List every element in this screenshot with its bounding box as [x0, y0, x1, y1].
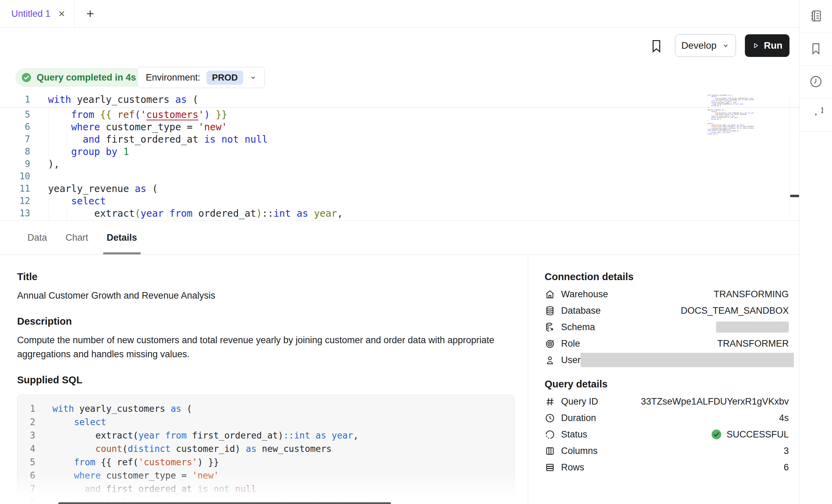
detail-value: 33TZseWpe1ALFDUYerxR1gVKxbv — [641, 396, 789, 407]
code-line: 7 and first_ordered_at is not null — [0, 133, 799, 145]
results-tab-chart[interactable]: Chart — [66, 221, 88, 254]
indent-guide — [67, 133, 67, 145]
code-text: select — [35, 417, 106, 427]
rail-button-notebook[interactable] — [799, 0, 832, 33]
sql-editor[interactable]: 1with yearly_customers as ( 5 from {{ re… — [0, 92, 799, 220]
line-number: 9 — [0, 159, 36, 169]
status-row: Query completed in 4s Environment: PROD — [0, 64, 799, 91]
code-text: group by 1 — [36, 146, 129, 157]
app-window: Untitled 1 Develop Run — [0, 0, 832, 504]
editor-scrollbar-thumb[interactable] — [790, 195, 799, 197]
schema-icon — [545, 321, 556, 333]
indent-guide — [48, 207, 48, 219]
line-number: 2 — [17, 417, 35, 427]
results-tab-details[interactable]: Details — [107, 221, 137, 254]
tab-label: Data — [27, 232, 47, 243]
detail-value: 3 — [784, 446, 789, 456]
details-right-pane: Connection details WarehouseTRANSFORMING… — [528, 255, 799, 504]
user-icon — [545, 354, 556, 366]
code-text: and first_ordered_at is not null — [36, 134, 268, 145]
detail-label: Role — [561, 338, 580, 349]
indent-guide — [48, 121, 48, 133]
editor-minimap[interactable]: with yearly_customers as ( select extrac… — [708, 95, 754, 137]
details-panel: Title Annual Customer Growth and Revenue… — [0, 255, 799, 504]
detail-value — [581, 353, 789, 367]
code-text: extract(year from first_ordered_at)::int… — [35, 430, 358, 441]
detail-row-role: RoleTRANSFORMER — [545, 335, 789, 352]
detail-label: Columns — [561, 446, 598, 456]
supplied-sql-code-block: 1with yearly_customers as (2 select3 ext… — [17, 395, 514, 504]
history-icon — [809, 74, 823, 90]
line-number: 5 — [17, 457, 35, 467]
bookmark-icon[interactable] — [649, 38, 664, 55]
detail-label: Status — [561, 429, 587, 440]
develop-dropdown[interactable]: Develop — [675, 34, 736, 57]
detail-row-status: StatusSUCCESSFUL — [545, 426, 789, 443]
run-button[interactable]: Run — [745, 34, 789, 57]
right-icon-rail — [799, 0, 832, 504]
environment-select[interactable]: Environment: PROD — [137, 67, 265, 88]
develop-label: Develop — [681, 40, 717, 51]
description-heading: Description — [17, 316, 528, 327]
toolbar: Develop Run — [0, 28, 799, 64]
code-text: yearly_revenue as ( — [36, 183, 158, 194]
tab-title: Untitled 1 — [11, 9, 50, 19]
database-icon — [545, 305, 556, 316]
close-icon[interactable] — [57, 9, 66, 18]
line-number: 12 — [0, 196, 36, 206]
line-number: 1 — [0, 94, 36, 105]
main-area: Untitled 1 Develop Run — [0, 0, 799, 504]
active-tab-underline — [103, 252, 141, 254]
bookmark-icon — [809, 41, 823, 57]
detail-value: TRANSFORMING — [714, 289, 789, 300]
detail-value: DOCS_TEAM_SANDBOX — [681, 305, 789, 316]
code-text: ), — [36, 158, 60, 170]
compass-icon — [809, 107, 823, 123]
detail-value — [716, 322, 789, 333]
code-line: 1with yearly_customers as ( — [0, 92, 799, 107]
code-line: 13 extract(year from ordered_at)::int as… — [0, 207, 799, 219]
detail-row-schema: Schema — [545, 319, 789, 335]
code-line: 1with yearly_customers as ( — [17, 402, 514, 415]
editor-scrollbar[interactable] — [789, 96, 799, 218]
code-text: with yearly_customers as ( — [35, 404, 192, 414]
line-number: 7 — [17, 484, 35, 494]
chevron-down-icon — [249, 74, 257, 81]
indent-guide — [48, 108, 48, 121]
code-line: 9), — [0, 158, 799, 170]
results-tab-data[interactable]: Data — [27, 221, 47, 254]
code-text: from {{ ref('customers') }} — [36, 109, 227, 120]
detail-label: Database — [561, 305, 601, 316]
detail-value: 4s — [779, 413, 789, 423]
tab-untitled-1[interactable]: Untitled 1 — [0, 0, 74, 27]
check-circle-icon — [21, 72, 32, 83]
detail-label: User — [561, 355, 581, 365]
detail-label: Schema — [561, 322, 595, 333]
connection-details-heading: Connection details — [545, 271, 789, 283]
detail-row-query-id: Query ID33TZseWpe1ALFDUYerxR1gVKxbv — [545, 393, 789, 410]
code-line: 5 from {{ ref('customers') }} — [17, 455, 514, 469]
tab-bar: Untitled 1 — [0, 0, 799, 28]
rail-button-compass[interactable] — [799, 99, 832, 132]
query-status-badge: Query completed in 4s — [15, 68, 145, 87]
code-line: 7 and first_ordered_at is not null — [17, 482, 514, 495]
detail-value: TRANSFORMER — [717, 338, 789, 349]
detail-row-rows: Rows6 — [545, 459, 789, 476]
horizontal-scrollbar-thumb[interactable] — [58, 502, 391, 504]
rail-button-history[interactable] — [799, 66, 832, 99]
columns-icon — [545, 445, 556, 457]
code-text: extract(year from ordered_at)::int as ye… — [36, 208, 343, 219]
line-number: 6 — [17, 470, 35, 481]
connection-details-rows: WarehouseTRANSFORMINGDatabaseDOCS_TEAM_S… — [545, 286, 789, 368]
warehouse-icon — [545, 288, 556, 300]
code-line: 4 count(distinct customer_id) as new_cus… — [17, 442, 514, 455]
line-number: 11 — [0, 183, 36, 194]
new-tab-button[interactable] — [85, 9, 95, 19]
rail-button-bookmark[interactable] — [799, 33, 832, 66]
indent-guide — [48, 195, 48, 207]
line-number: 3 — [17, 430, 35, 441]
detail-label: Warehouse — [561, 289, 608, 300]
details-left-pane: Title Annual Customer Growth and Revenue… — [0, 255, 528, 504]
rows-icon — [545, 461, 556, 473]
line-number: 1 — [17, 404, 35, 414]
